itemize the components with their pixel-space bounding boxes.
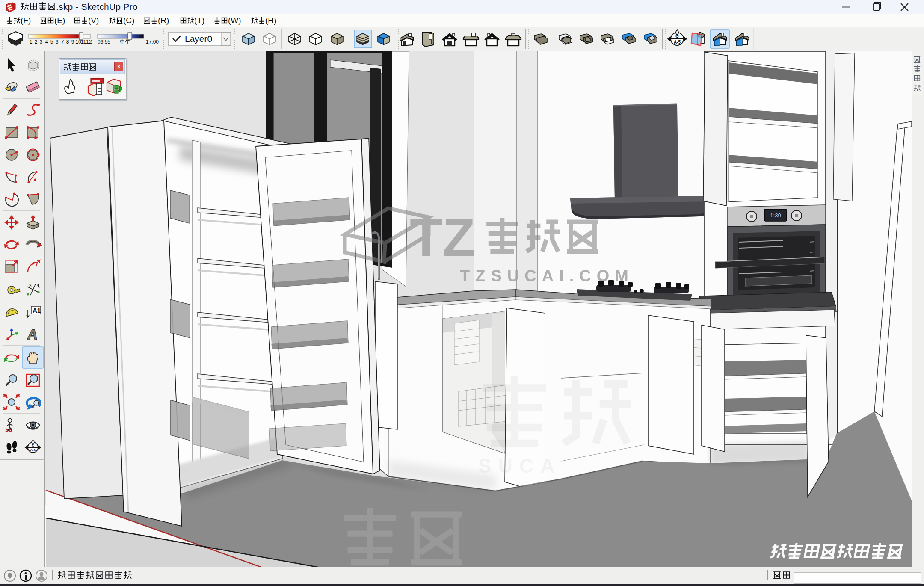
svg-text:12: 12 bbox=[86, 39, 92, 45]
svg-text:A1: A1 bbox=[33, 307, 41, 314]
svg-text:3: 3 bbox=[29, 283, 32, 289]
svg-text:8: 8 bbox=[66, 39, 69, 45]
svg-text:Layer0: Layer0 bbox=[185, 34, 212, 44]
svg-text:5: 5 bbox=[50, 39, 53, 45]
svg-text:C: C bbox=[675, 33, 679, 38]
svg-text:中午: 中午 bbox=[120, 39, 130, 45]
svg-text:1:30: 1:30 bbox=[770, 212, 781, 219]
svg-text:06:55: 06:55 bbox=[98, 39, 110, 45]
svg-text:2: 2 bbox=[35, 39, 38, 45]
svg-text:11: 11 bbox=[81, 39, 86, 45]
svg-text:3: 3 bbox=[40, 39, 43, 45]
svg-text:A-5: A-5 bbox=[30, 448, 36, 452]
svg-text:1: 1 bbox=[30, 39, 33, 45]
svg-text:9: 9 bbox=[71, 39, 74, 45]
svg-text:C: C bbox=[32, 443, 35, 447]
svg-text:A: A bbox=[26, 326, 39, 343]
svg-text:SUCA: SUCA bbox=[478, 455, 561, 477]
svg-text:7: 7 bbox=[61, 39, 64, 45]
svg-text:17:00: 17:00 bbox=[146, 39, 159, 45]
svg-text:TZSUCAI.COM: TZSUCAI.COM bbox=[460, 267, 634, 285]
svg-text:6: 6 bbox=[56, 39, 59, 45]
svg-text:A-5: A-5 bbox=[674, 40, 681, 44]
svg-text:4: 4 bbox=[45, 39, 48, 45]
svg-text:TZ: TZ bbox=[410, 207, 475, 267]
